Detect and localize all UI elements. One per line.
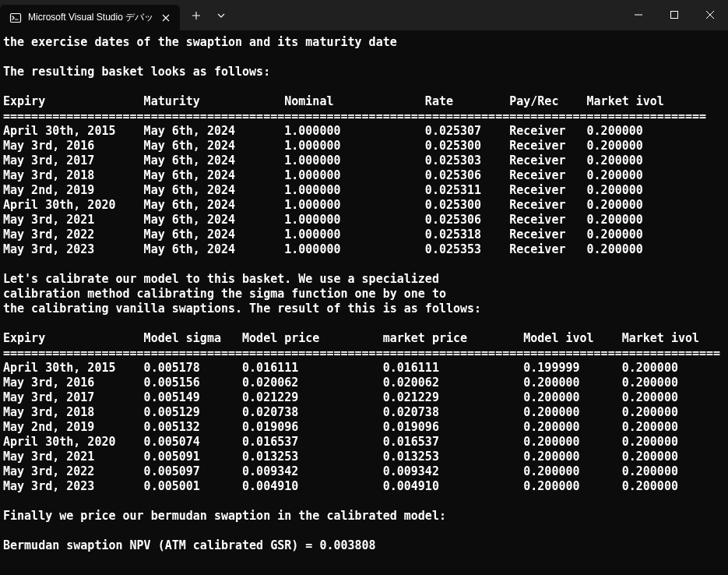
- new-tab-button[interactable]: [185, 4, 208, 27]
- output-line: Let's calibrate our model to this basket…: [3, 272, 439, 286]
- table-row: May 3rd, 2022 0.005097 0.009342 0.009342…: [3, 464, 678, 478]
- table-separator: ========================================…: [3, 109, 706, 123]
- tab-dropdown-button[interactable]: [209, 4, 233, 27]
- table-header: Expiry Model sigma Model price market pr…: [3, 331, 699, 345]
- table-row: April 30th, 2020 0.005074 0.016537 0.016…: [3, 435, 678, 449]
- svg-rect-0: [11, 13, 21, 22]
- table-row: May 3rd, 2017 May 6th, 2024 1.000000 0.0…: [3, 153, 643, 168]
- svg-rect-2: [671, 12, 678, 19]
- titlebar: Microsoft Visual Studio デバッ: [0, 0, 728, 30]
- output-line: Finally we price our bermudan swaption i…: [3, 509, 446, 523]
- table-row: May 3rd, 2021 0.005091 0.013253 0.013253…: [3, 450, 678, 464]
- table-row: May 3rd, 2022 May 6th, 2024 1.000000 0.0…: [3, 228, 643, 242]
- active-tab[interactable]: Microsoft Visual Studio デバッ: [0, 5, 180, 30]
- terminal-output[interactable]: the exercise dates of the swaption and i…: [0, 30, 728, 575]
- table-row: May 2nd, 2019 0.005132 0.019096 0.019096…: [3, 420, 678, 434]
- table-separator: ========================================…: [3, 346, 720, 360]
- output-line: the exercise dates of the swaption and i…: [3, 35, 397, 49]
- tab-actions: [180, 0, 233, 30]
- output-line: the calibrating vanilla swaptions. The r…: [3, 302, 481, 316]
- output-line: The resulting basket looks as follows:: [3, 65, 270, 79]
- output-line: Bermudan swaption NPV (ATM calibrated GS…: [3, 538, 376, 552]
- tab-area: Microsoft Visual Studio デバッ: [0, 0, 233, 30]
- terminal-icon: [9, 12, 22, 24]
- table-row: May 3rd, 2016 0.005156 0.020062 0.020062…: [3, 376, 678, 390]
- output-line: calibration method calibrating the sigma…: [3, 287, 446, 301]
- table-header: Expiry Maturity Nominal Rate Pay/Rec Mar…: [3, 94, 664, 108]
- tab-title: Microsoft Visual Studio デバッ: [28, 11, 153, 24]
- table-row: May 3rd, 2023 May 6th, 2024 1.000000 0.0…: [3, 242, 643, 256]
- table-row: April 30th, 2015 0.005178 0.016111 0.016…: [3, 361, 678, 375]
- table-row: May 3rd, 2018 May 6th, 2024 1.000000 0.0…: [3, 168, 643, 182]
- maximize-button[interactable]: [656, 2, 692, 27]
- table-row: May 3rd, 2023 0.005001 0.004910 0.004910…: [3, 479, 678, 493]
- window-close-button[interactable]: [692, 2, 728, 27]
- tab-close-button[interactable]: [160, 12, 172, 24]
- table-row: April 30th, 2015 May 6th, 2024 1.000000 …: [3, 124, 643, 138]
- minimize-button[interactable]: [621, 2, 656, 27]
- window-controls: [621, 0, 728, 30]
- table-row: May 3rd, 2018 0.005129 0.020738 0.020738…: [3, 405, 678, 419]
- table-row: May 3rd, 2016 May 6th, 2024 1.000000 0.0…: [3, 139, 643, 153]
- table-row: May 3rd, 2017 0.005149 0.021229 0.021229…: [3, 390, 678, 404]
- table-row: April 30th, 2020 May 6th, 2024 1.000000 …: [3, 198, 643, 212]
- table-row: May 2nd, 2019 May 6th, 2024 1.000000 0.0…: [3, 183, 643, 197]
- table-row: May 3rd, 2021 May 6th, 2024 1.000000 0.0…: [3, 213, 643, 227]
